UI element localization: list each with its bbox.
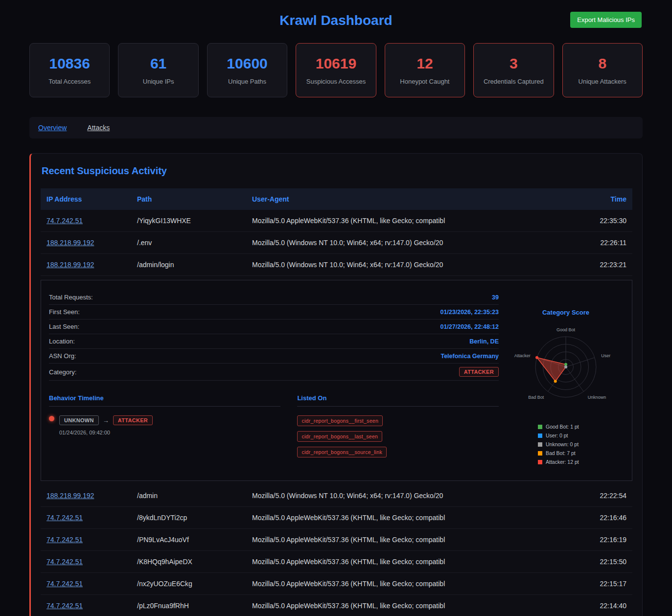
- legend-label: Bad Bot: 7 pt: [546, 450, 576, 456]
- stat-card: 12 Honeypot Caught: [385, 43, 465, 97]
- field-value: 01/27/2026, 22:48:12: [440, 323, 499, 330]
- time-cell: 22:23:21: [558, 261, 626, 269]
- stat-label: Unique Paths: [211, 78, 283, 85]
- detail-main: Total Requests: 39 First Seen: 01/23/202…: [49, 290, 499, 468]
- legend-color-swatch: [538, 425, 542, 429]
- field-label: Total Requests:: [49, 294, 93, 301]
- tab-overview[interactable]: Overview: [38, 124, 67, 132]
- ip-detail-panel: Total Requests: 39 First Seen: 01/23/202…: [41, 280, 632, 481]
- page: Krawl Dashboard Export Malicious IPs 108…: [0, 0, 672, 616]
- ip-cell: 74.7.242.51: [46, 514, 137, 522]
- stat-value: 10600: [211, 55, 283, 72]
- column-header-path: Path: [137, 195, 252, 203]
- field-label: ASN Org:: [49, 352, 76, 360]
- timeline-item: UNKNOWN → ATTACKER 01/24/2026, 09:42:00: [49, 415, 280, 435]
- time-cell: 22:16:19: [558, 536, 626, 544]
- path-cell: /PN9LvAcJ4uoVf: [137, 536, 252, 544]
- user-agent-cell: Mozilla/5.0 AppleWebKit/537.36 (KHTML, l…: [252, 217, 558, 225]
- detail-field-row: Last Seen: 01/27/2026, 22:48:12: [49, 319, 499, 334]
- stat-value: 10836: [34, 55, 105, 72]
- ip-cell: 188.218.99.192: [46, 239, 137, 247]
- ip-address-link[interactable]: 188.218.99.192: [46, 261, 94, 269]
- export-malicious-ips-button[interactable]: Export Malicious IPs: [570, 12, 642, 28]
- ip-address-link[interactable]: 188.218.99.192: [46, 492, 94, 500]
- table-header-row: IP Address Path User-Agent Time: [41, 188, 632, 210]
- user-agent-cell: Mozilla/5.0 (Windows NT 10.0; Win64; x64…: [252, 261, 558, 269]
- svg-text:User: User: [601, 353, 610, 358]
- table-row[interactable]: 74.7.242.51 /PN9LvAcJ4uoVf Mozilla/5.0 A…: [41, 529, 632, 551]
- svg-text:Attacker: Attacker: [514, 353, 531, 358]
- detail-category-row: Category: ATTACKER: [49, 364, 499, 381]
- listed-on-title: Listed On: [297, 394, 499, 407]
- timeline-badges: UNKNOWN → ATTACKER: [59, 415, 153, 425]
- svg-text:Good Bot: Good Bot: [556, 327, 576, 332]
- time-cell: 22:16:46: [558, 514, 626, 522]
- path-cell: /pLz0Fnua9fRhH: [137, 602, 252, 610]
- stat-label: Unique Attackers: [567, 78, 638, 85]
- ip-cell: 74.7.242.51: [46, 536, 137, 544]
- timeline-from-badge: UNKNOWN: [59, 415, 99, 425]
- legend-color-swatch: [538, 460, 542, 464]
- time-cell: 22:26:11: [558, 239, 626, 247]
- table-row[interactable]: 188.218.99.192 /admin/login Mozilla/5.0 …: [41, 254, 632, 276]
- user-agent-cell: Mozilla/5.0 AppleWebKit/537.36 (KHTML, l…: [252, 580, 558, 588]
- legend-item: Good Bot: 1 pt: [538, 424, 579, 430]
- ip-cell: 188.218.99.192: [46, 261, 137, 269]
- path-cell: /nx2yUOZuE6Ckg: [137, 580, 252, 588]
- svg-text:Bad Bot: Bad Bot: [528, 395, 544, 400]
- table-row[interactable]: 188.218.99.192 /.env Mozilla/5.0 (Window…: [41, 232, 632, 254]
- stat-label: Suspicious Accesses: [300, 78, 371, 85]
- stat-card: 10600 Unique Paths: [207, 43, 287, 97]
- table-row[interactable]: 74.7.242.51 /K8HQq9hAipeDX Mozilla/5.0 A…: [41, 551, 632, 573]
- table-row[interactable]: 74.7.242.51 /8ykdLnDYTi2cp Mozilla/5.0 A…: [41, 507, 632, 529]
- radar-chart-title: Category Score: [542, 309, 589, 316]
- timeline-content: UNKNOWN → ATTACKER 01/24/2026, 09:42:00: [59, 415, 153, 435]
- ip-address-link[interactable]: 188.218.99.192: [46, 239, 94, 247]
- field-value: 01/23/2026, 22:35:23: [440, 309, 499, 316]
- path-cell: /K8HQq9hAipeDX: [137, 558, 252, 566]
- time-cell: 22:35:30: [558, 217, 626, 225]
- stat-value: 3: [478, 55, 549, 72]
- table-row[interactable]: 74.7.242.51 /pLz0Fnua9fRhH Mozilla/5.0 A…: [41, 595, 632, 616]
- ip-address-link[interactable]: 74.7.242.51: [46, 580, 83, 588]
- rows-top: 74.7.242.51 /YiqykGI13WHXE Mozilla/5.0 A…: [41, 210, 632, 276]
- stat-card: 10836 Total Accesses: [29, 43, 110, 97]
- user-agent-cell: Mozilla/5.0 (Windows NT 10.0; Win64; x64…: [252, 492, 558, 500]
- path-cell: /YiqykGI13WHXE: [137, 217, 252, 225]
- stat-value: 61: [122, 55, 194, 72]
- ip-address-link[interactable]: 74.7.242.51: [46, 602, 83, 610]
- table-row[interactable]: 74.7.242.51 /YiqykGI13WHXE Mozilla/5.0 A…: [41, 210, 632, 232]
- stat-label: Honeypot Caught: [389, 78, 461, 85]
- ip-address-link[interactable]: 74.7.242.51: [46, 536, 83, 544]
- ip-address-link[interactable]: 74.7.242.51: [46, 217, 83, 225]
- tab-attacks[interactable]: Attacks: [87, 124, 110, 132]
- time-cell: 22:15:17: [558, 580, 626, 588]
- ip-address-link[interactable]: 74.7.242.51: [46, 514, 83, 522]
- legend-item: Bad Bot: 7 pt: [538, 450, 579, 456]
- detail-lower-sections: Behavior Timeline UNKNOWN → ATTACKER: [49, 394, 499, 457]
- field-label: Location:: [49, 338, 75, 345]
- radar-legend: Good Bot: 1 pt User: 0 pt Unknown: 0 pt: [538, 424, 579, 468]
- ip-cell: 74.7.242.51: [46, 558, 137, 566]
- field-label: Last Seen:: [49, 323, 79, 330]
- panel-title: Recent Suspicious Activity: [42, 165, 631, 177]
- timeline-to-badge: ATTACKER: [113, 415, 153, 425]
- field-value: Telefonica Germany: [440, 353, 499, 360]
- table-row[interactable]: 74.7.242.51 /nx2yUOZuE6Ckg Mozilla/5.0 A…: [41, 573, 632, 595]
- legend-label: Unknown: 0 pt: [546, 441, 579, 447]
- column-header-ip: IP Address: [46, 195, 137, 203]
- ip-cell: 74.7.242.51: [46, 602, 137, 610]
- ip-cell: 74.7.242.51: [46, 217, 137, 225]
- stats-row: 10836 Total Accesses 61 Unique IPs 10600…: [29, 43, 643, 97]
- detail-field-row: ASN Org: Telefonica Germany: [49, 349, 499, 364]
- table-row[interactable]: 188.218.99.192 /admin Mozilla/5.0 (Windo…: [41, 485, 632, 507]
- tab-bar: Overview Attacks: [29, 117, 643, 138]
- legend-color-swatch: [538, 442, 542, 447]
- radar-chart-svg: Good BotUserUnknownBad BotAttacker: [510, 318, 622, 416]
- detail-fields: Total Requests: 39 First Seen: 01/23/202…: [49, 290, 499, 364]
- ip-address-link[interactable]: 74.7.242.51: [46, 558, 83, 566]
- stat-label: Unique IPs: [122, 78, 194, 85]
- user-agent-cell: Mozilla/5.0 AppleWebKit/537.36 (KHTML, l…: [252, 558, 558, 566]
- listed-on-badge: cidr_report_bogons__last_seen: [297, 431, 382, 442]
- time-cell: 22:14:40: [558, 602, 626, 610]
